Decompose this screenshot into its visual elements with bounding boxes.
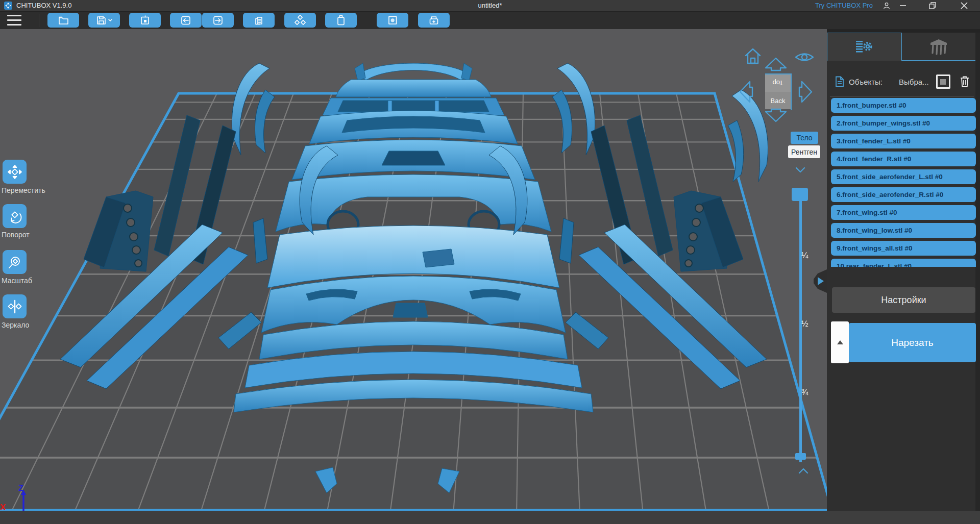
chevron-up-icon	[797, 467, 810, 475]
panel-top-strip	[827, 29, 980, 33]
object-list-item[interactable]: 9.front_wings_all.stl #0	[831, 241, 976, 256]
settings-button[interactable]: Настройки	[832, 287, 975, 313]
model-part-wing-endplate-right	[461, 63, 472, 81]
tab-supports[interactable]	[902, 33, 976, 61]
mode-body-button[interactable]: Тело	[791, 132, 818, 144]
object-list-item[interactable]: 8.front_wing_low.stl #0	[831, 223, 976, 238]
model-part-roof	[336, 80, 491, 97]
eye-icon	[794, 50, 815, 64]
object-list-item[interactable]: 4.front_fender_R.stl #0	[831, 152, 976, 166]
resin-button[interactable]	[325, 13, 357, 28]
redo-button[interactable]	[202, 13, 234, 28]
arrow-left-icon	[737, 79, 754, 105]
mirror-icon	[7, 299, 22, 314]
home-icon	[743, 47, 763, 66]
mirror-button[interactable]	[3, 294, 27, 318]
viewport-3d: Z X Y	[0, 29, 827, 511]
trash-icon	[960, 76, 970, 88]
arrow-down-icon	[763, 107, 789, 124]
panel-collapse-handle[interactable]	[814, 269, 827, 293]
object-list-item[interactable]: 7.front_wing.stl #0	[831, 205, 976, 220]
move-button[interactable]	[3, 160, 27, 184]
delete-button[interactable]	[960, 76, 970, 88]
slice-slider-top-handle[interactable]	[792, 188, 808, 201]
slice-button[interactable]: Нарезать	[849, 323, 976, 362]
build-plate-scene: Z X Y	[0, 29, 827, 511]
rotate-button[interactable]	[3, 204, 27, 228]
slider-label-quarter: ¼	[801, 251, 808, 260]
toolbar	[0, 11, 980, 29]
home-view-button[interactable]	[743, 47, 763, 68]
select-all-checkbox[interactable]	[936, 74, 950, 89]
auto-layout-button[interactable]	[284, 13, 316, 28]
tab-slice-settings[interactable]	[827, 33, 902, 61]
folder-open-icon	[58, 15, 69, 26]
tool-scale: Масштаб	[3, 250, 32, 285]
scale-button[interactable]	[3, 250, 27, 274]
scale-label: Масштаб	[2, 277, 32, 285]
slice-slider-bottom-handle[interactable]	[795, 453, 806, 460]
arrow-right-icon	[797, 79, 815, 105]
rotate-view-right-button[interactable]	[797, 79, 815, 107]
tool-move: Переместить	[3, 160, 45, 194]
slider-step-down-button[interactable]	[794, 166, 806, 176]
chevron-down-icon	[109, 19, 112, 21]
rotate-view-left-button[interactable]	[737, 79, 754, 107]
tool-rotate: Поворот	[3, 204, 30, 239]
save-file-button[interactable]	[88, 13, 120, 28]
objects-label: Объекты:	[849, 78, 883, 86]
menu-button[interactable]	[7, 15, 21, 26]
clone-button[interactable]	[243, 13, 275, 28]
slider-label-three-quarter: ¾	[801, 388, 808, 397]
slice-expand-button[interactable]	[831, 321, 849, 363]
try-pro-link[interactable]: Try CHITUBOX Pro	[815, 2, 873, 9]
object-list-item[interactable]: 6.front_side_aerofender_R.stl #0	[831, 187, 976, 202]
object-list-item[interactable]: 2.front_bumper_wings.stl #0	[831, 116, 976, 131]
panel-scrollbar-track[interactable]	[975, 33, 980, 511]
triangle-up-icon	[837, 340, 843, 344]
view-cube[interactable]: Top Back	[765, 73, 792, 110]
capture-button[interactable]	[129, 13, 161, 28]
undo-button[interactable]	[170, 13, 202, 28]
view-cube-back-face[interactable]: Back	[765, 92, 791, 109]
bottle-icon	[336, 15, 346, 26]
move-icon	[7, 164, 22, 180]
account-icon[interactable]	[881, 1, 892, 10]
copy-icon	[253, 15, 264, 26]
save-icon	[95, 15, 113, 26]
tool-mirror: Зеркало	[3, 294, 29, 329]
axis-x-label: X	[0, 503, 6, 511]
visibility-button[interactable]	[794, 50, 815, 66]
object-list-item[interactable]: 10.rear_fender_L.stl #0	[831, 259, 976, 267]
right-panel: Объекты: Выбра... 1.front_bumper.stl #02…	[827, 29, 980, 511]
chevron-down-icon	[794, 166, 806, 173]
rotate-view-up-button[interactable]	[763, 55, 789, 74]
mode-xray-button[interactable]: Рентген	[788, 145, 820, 158]
object-list-item[interactable]: 3.front_fender_L.stl #0	[831, 134, 976, 148]
printer-icon	[428, 15, 439, 26]
supports-icon	[928, 38, 949, 55]
minimize-button[interactable]	[894, 0, 912, 11]
printer-button[interactable]	[418, 13, 450, 28]
close-button[interactable]	[955, 0, 973, 11]
document-icon	[835, 76, 844, 87]
object-list-item[interactable]: 1.front_bumper.stl #0	[831, 98, 976, 113]
move-label: Переместить	[2, 186, 45, 194]
settings-list-gear-icon	[855, 39, 873, 55]
open-file-button[interactable]	[47, 13, 79, 28]
model-part-front-wing	[357, 63, 470, 80]
rotate-view-down-button[interactable]	[763, 107, 789, 127]
chitubox-window: { "window": { "app_name": "CHITUBOX V1.9…	[0, 0, 980, 524]
arrow-right-icon	[212, 15, 224, 26]
slider-label-half: ½	[801, 319, 808, 329]
dig-hole-button[interactable]	[377, 13, 408, 28]
object-list-item[interactable]: 5.front_side_aerofender_L.stl #0	[831, 169, 976, 184]
view-cube-top-face[interactable]: Top	[765, 73, 791, 92]
cubes-icon	[294, 15, 306, 26]
scale-icon	[7, 255, 22, 270]
objects-header-row: Объекты: Выбра...	[835, 73, 973, 90]
axis-z-label: Z	[18, 483, 23, 493]
hole-icon	[387, 15, 398, 26]
slider-step-up-button[interactable]	[797, 467, 810, 477]
restore-button[interactable]	[924, 0, 941, 11]
